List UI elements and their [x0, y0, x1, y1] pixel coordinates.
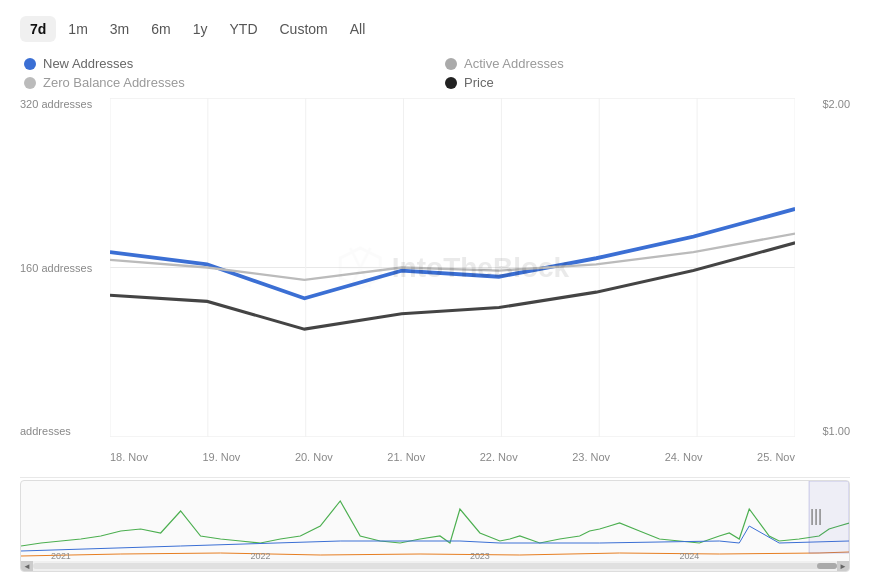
y-label-bottom-right: $1.00 — [803, 425, 850, 437]
x-label-3: 21. Nov — [387, 451, 425, 463]
mini-year-2022: 2022 — [250, 551, 270, 561]
btn-1m[interactable]: 1m — [58, 16, 97, 42]
legend-price: Price — [445, 75, 846, 90]
chart-wrapper: 320 addresses 160 addresses addresses $2… — [20, 98, 850, 572]
mini-scroll-right[interactable]: ► — [837, 561, 849, 571]
x-label-2: 20. Nov — [295, 451, 333, 463]
time-range-toolbar: 7d 1m 3m 6m 1y YTD Custom All — [20, 16, 850, 42]
mini-year-2021: 2021 — [51, 551, 71, 561]
legend-label-zero-balance: Zero Balance Addresses — [43, 75, 185, 90]
mini-year-2023: 2023 — [470, 551, 490, 561]
mini-scrollbar[interactable]: ◄ ► — [21, 561, 849, 571]
legend-new-addresses: New Addresses — [24, 56, 425, 71]
btn-3m[interactable]: 3m — [100, 16, 139, 42]
legend-dot-active-addresses — [445, 58, 457, 70]
legend-label-price: Price — [464, 75, 494, 90]
btn-custom[interactable]: Custom — [270, 16, 338, 42]
mini-chart-section[interactable]: 2021 2022 2023 2024 ◄ ► — [20, 480, 850, 572]
x-label-4: 22. Nov — [480, 451, 518, 463]
legend-dot-new-addresses — [24, 58, 36, 70]
mini-scroll-track[interactable] — [33, 563, 837, 569]
main-container: 7d 1m 3m 6m 1y YTD Custom All New Addres… — [0, 0, 870, 580]
legend-active-addresses: Active Addresses — [445, 56, 846, 71]
y-axis-left: 320 addresses 160 addresses addresses — [20, 98, 110, 437]
main-chart: 320 addresses 160 addresses addresses $2… — [20, 98, 850, 478]
legend-label-new-addresses: New Addresses — [43, 56, 133, 71]
mini-year-2024: 2024 — [679, 551, 699, 561]
x-label-7: 25. Nov — [757, 451, 795, 463]
y-axis-right: $2.00 $1.00 — [795, 98, 850, 437]
chart-legend: New Addresses Active Addresses Zero Bala… — [20, 56, 850, 90]
mini-price-line — [21, 552, 849, 556]
btn-7d[interactable]: 7d — [20, 16, 56, 42]
btn-1y[interactable]: 1y — [183, 16, 218, 42]
legend-dot-zero-balance — [24, 77, 36, 89]
x-axis: 18. Nov 19. Nov 20. Nov 21. Nov 22. Nov … — [110, 437, 795, 477]
price-line — [110, 243, 795, 329]
x-label-0: 18. Nov — [110, 451, 148, 463]
legend-zero-balance: Zero Balance Addresses — [24, 75, 425, 90]
y-label-top-left: 320 addresses — [20, 98, 102, 110]
mini-scroll-thumb[interactable] — [817, 563, 837, 569]
legend-dot-price — [445, 77, 457, 89]
mini-scroll-left[interactable]: ◄ — [21, 561, 33, 571]
btn-ytd[interactable]: YTD — [220, 16, 268, 42]
x-label-1: 19. Nov — [202, 451, 240, 463]
x-label-5: 23. Nov — [572, 451, 610, 463]
x-label-6: 24. Nov — [665, 451, 703, 463]
new-addresses-line — [110, 209, 795, 298]
mini-new-line — [21, 501, 849, 546]
main-chart-svg — [110, 98, 795, 437]
y-label-bottom-left: addresses — [20, 425, 102, 437]
mini-selection — [809, 481, 849, 553]
btn-all[interactable]: All — [340, 16, 376, 42]
mini-chart-inner: 2021 2022 2023 2024 — [21, 481, 849, 571]
legend-label-active-addresses: Active Addresses — [464, 56, 564, 71]
mini-chart-svg: 2021 2022 2023 2024 — [21, 481, 849, 563]
y-label-top-right: $2.00 — [803, 98, 850, 110]
chart-svg-container: IntoTheBlock — [110, 98, 795, 437]
y-label-mid-left: 160 addresses — [20, 262, 102, 274]
btn-6m[interactable]: 6m — [141, 16, 180, 42]
